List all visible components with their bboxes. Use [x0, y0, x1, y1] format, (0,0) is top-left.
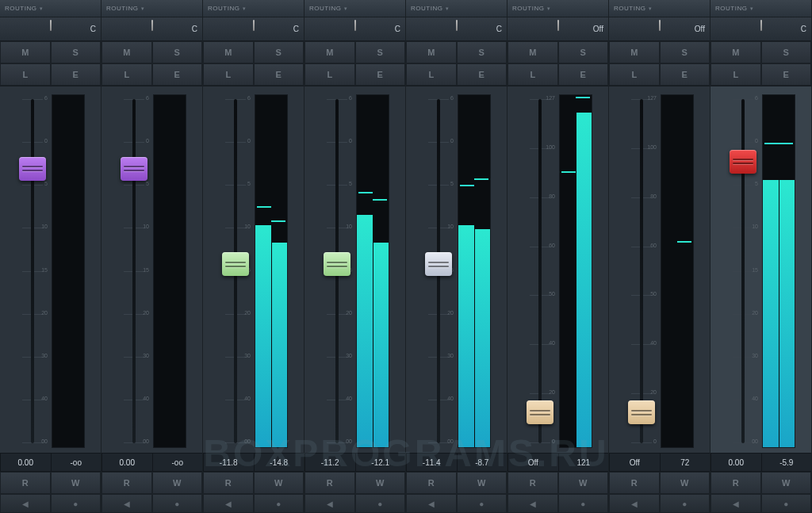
- mute-button[interactable]: M: [304, 41, 355, 63]
- prev-button[interactable]: ◀: [508, 494, 558, 513]
- record-button[interactable]: ●: [761, 494, 812, 513]
- read-automation-button[interactable]: R: [203, 472, 254, 494]
- listen-button[interactable]: L: [0, 63, 51, 86]
- record-button[interactable]: ●: [51, 494, 102, 513]
- fader-value[interactable]: -11.2: [304, 454, 355, 471]
- meter-value[interactable]: -12.1: [355, 454, 406, 471]
- write-automation-button[interactable]: W: [660, 472, 710, 494]
- pan-control[interactable]: C: [102, 17, 202, 41]
- mute-button[interactable]: M: [102, 41, 152, 63]
- write-automation-button[interactable]: W: [51, 472, 102, 494]
- fader-track[interactable]: 605101520304000: [320, 94, 354, 448]
- meter-value[interactable]: -oo: [152, 454, 203, 471]
- edit-button[interactable]: E: [51, 63, 102, 86]
- fader-value[interactable]: 0.00: [102, 454, 152, 471]
- meter-value[interactable]: -5.9: [761, 454, 812, 471]
- read-automation-button[interactable]: R: [508, 472, 558, 494]
- record-button[interactable]: ●: [457, 494, 508, 513]
- pan-control[interactable]: C: [406, 17, 507, 41]
- solo-button[interactable]: S: [558, 41, 609, 63]
- listen-button[interactable]: L: [609, 63, 660, 86]
- fader-track[interactable]: 605101520304000: [16, 94, 49, 448]
- write-automation-button[interactable]: W: [761, 472, 812, 494]
- mute-button[interactable]: M: [609, 41, 660, 63]
- prev-button[interactable]: ◀: [203, 494, 254, 513]
- solo-button[interactable]: S: [51, 41, 102, 63]
- routing-header[interactable]: ROUTING▾: [102, 0, 202, 17]
- fader-value[interactable]: 0.00: [710, 454, 761, 471]
- meter-value[interactable]: -oo: [51, 454, 102, 471]
- mute-button[interactable]: M: [203, 41, 254, 63]
- read-automation-button[interactable]: R: [609, 472, 660, 494]
- edit-button[interactable]: E: [558, 63, 609, 86]
- prev-button[interactable]: ◀: [102, 494, 152, 513]
- solo-button[interactable]: S: [152, 41, 203, 63]
- edit-button[interactable]: E: [355, 63, 406, 86]
- fader-value[interactable]: Off: [609, 454, 660, 471]
- prev-button[interactable]: ◀: [304, 494, 355, 513]
- edit-button[interactable]: E: [660, 63, 710, 86]
- listen-button[interactable]: L: [203, 63, 254, 86]
- solo-button[interactable]: S: [254, 41, 304, 63]
- record-button[interactable]: ●: [660, 494, 710, 513]
- read-automation-button[interactable]: R: [406, 472, 457, 494]
- fader-track[interactable]: 12710080605040200: [523, 94, 557, 448]
- pan-control[interactable]: Off: [508, 17, 608, 41]
- routing-header[interactable]: ROUTING▾: [304, 0, 405, 17]
- fader-value[interactable]: -11.8: [203, 454, 254, 471]
- fader-handle[interactable]: [527, 400, 553, 424]
- pan-control[interactable]: C: [710, 17, 811, 41]
- meter-value[interactable]: -14.8: [254, 454, 304, 471]
- prev-button[interactable]: ◀: [609, 494, 660, 513]
- fader-value[interactable]: -11.4: [406, 454, 457, 471]
- pan-control[interactable]: C: [0, 17, 101, 41]
- pan-control[interactable]: Off: [609, 17, 710, 41]
- routing-header[interactable]: ROUTING▾: [710, 0, 811, 17]
- listen-button[interactable]: L: [508, 63, 558, 86]
- fader-handle[interactable]: [222, 252, 249, 276]
- solo-button[interactable]: S: [761, 41, 812, 63]
- meter-value[interactable]: -8.7: [457, 454, 508, 471]
- routing-header[interactable]: ROUTING▾: [406, 0, 507, 17]
- mute-button[interactable]: M: [710, 41, 761, 63]
- pan-control[interactable]: C: [304, 17, 405, 41]
- write-automation-button[interactable]: W: [457, 472, 508, 494]
- solo-button[interactable]: S: [355, 41, 406, 63]
- write-automation-button[interactable]: W: [254, 472, 304, 494]
- mute-button[interactable]: M: [406, 41, 457, 63]
- fader-track[interactable]: 605101520304000: [726, 94, 760, 448]
- prev-button[interactable]: ◀: [406, 494, 457, 513]
- record-button[interactable]: ●: [558, 494, 609, 513]
- solo-button[interactable]: S: [457, 41, 508, 63]
- record-button[interactable]: ●: [152, 494, 203, 513]
- edit-button[interactable]: E: [254, 63, 304, 86]
- fader-track[interactable]: 605101520304000: [117, 94, 151, 448]
- listen-button[interactable]: L: [710, 63, 761, 86]
- routing-header[interactable]: ROUTING▾: [609, 0, 710, 17]
- meter-value[interactable]: 121: [558, 454, 609, 471]
- read-automation-button[interactable]: R: [304, 472, 355, 494]
- solo-button[interactable]: S: [660, 41, 710, 63]
- fader-track[interactable]: 605101520304000: [422, 94, 455, 448]
- fader-handle[interactable]: [730, 150, 756, 174]
- listen-button[interactable]: L: [304, 63, 355, 86]
- edit-button[interactable]: E: [761, 63, 812, 86]
- fader-track[interactable]: 605101520304000: [219, 94, 252, 448]
- fader-handle[interactable]: [19, 157, 46, 181]
- prev-button[interactable]: ◀: [0, 494, 51, 513]
- fader-value[interactable]: Off: [508, 454, 558, 471]
- routing-header[interactable]: ROUTING▾: [508, 0, 608, 17]
- pan-control[interactable]: C: [203, 17, 304, 41]
- listen-button[interactable]: L: [406, 63, 457, 86]
- edit-button[interactable]: E: [152, 63, 203, 86]
- write-automation-button[interactable]: W: [558, 472, 609, 494]
- read-automation-button[interactable]: R: [0, 472, 51, 494]
- fader-handle[interactable]: [324, 252, 350, 276]
- edit-button[interactable]: E: [457, 63, 508, 86]
- prev-button[interactable]: ◀: [710, 494, 761, 513]
- fader-handle[interactable]: [628, 400, 655, 424]
- fader-track[interactable]: 12710080605040200: [625, 94, 658, 448]
- meter-value[interactable]: 72: [660, 454, 710, 471]
- read-automation-button[interactable]: R: [102, 472, 152, 494]
- fader-handle[interactable]: [121, 157, 147, 181]
